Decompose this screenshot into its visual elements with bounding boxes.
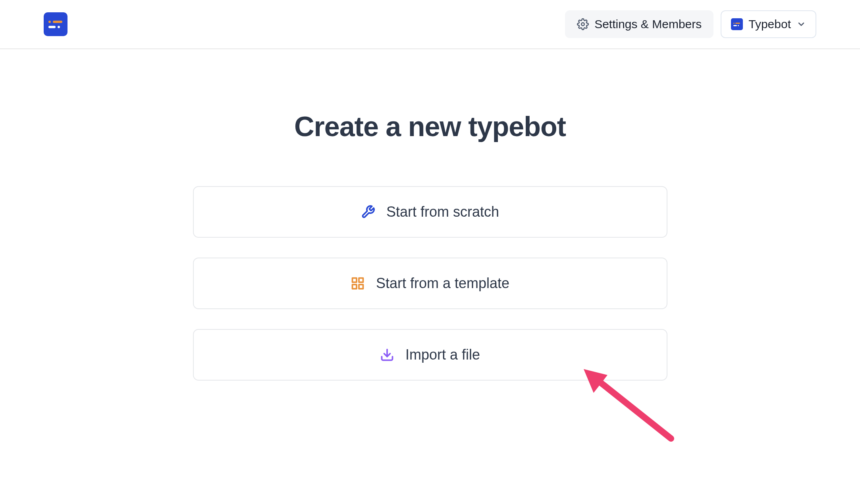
- svg-rect-4: [352, 285, 357, 289]
- gear-icon: [577, 18, 589, 30]
- svg-rect-3: [359, 285, 363, 289]
- grid-icon: [351, 276, 365, 290]
- header-right: Settings & Members Typebot: [565, 10, 816, 38]
- main-content: Create a new typebot Start from scratch …: [0, 49, 860, 400]
- svg-point-0: [581, 23, 584, 26]
- import-file-button[interactable]: Import a file: [193, 329, 667, 381]
- option-label: Start from scratch: [386, 204, 499, 220]
- settings-members-button[interactable]: Settings & Members: [565, 10, 713, 38]
- typebot-logo[interactable]: [44, 12, 67, 36]
- option-label: Import a file: [405, 346, 480, 363]
- svg-rect-1: [352, 278, 357, 283]
- settings-label: Settings & Members: [594, 17, 702, 31]
- wrench-icon: [361, 205, 375, 219]
- workspace-label: Typebot: [748, 17, 791, 31]
- chevron-down-icon: [796, 19, 806, 29]
- svg-rect-2: [359, 278, 363, 283]
- page-title: Create a new typebot: [294, 111, 566, 142]
- download-icon: [380, 348, 394, 362]
- start-from-scratch-button[interactable]: Start from scratch: [193, 186, 667, 238]
- option-label: Start from a template: [376, 275, 509, 292]
- workspace-logo-icon: [731, 18, 743, 30]
- start-from-template-button[interactable]: Start from a template: [193, 258, 667, 309]
- header: Settings & Members Typebot: [0, 0, 860, 49]
- workspace-dropdown[interactable]: Typebot: [721, 10, 816, 38]
